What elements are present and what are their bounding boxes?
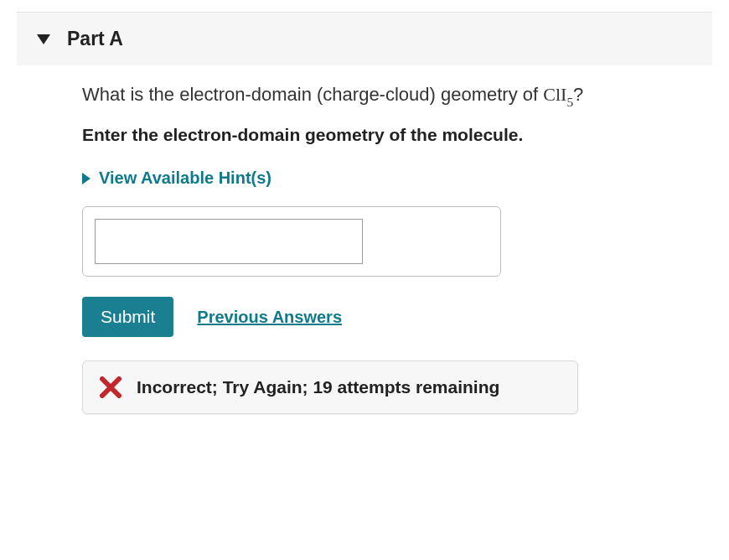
question-text: What is the electron-domain (charge-clou… — [82, 82, 685, 110]
view-hints-link[interactable]: View Available Hint(s) — [82, 169, 271, 188]
formula-subscript: 5 — [566, 95, 573, 109]
answer-input[interactable] — [95, 219, 363, 264]
question-formula: ClI5 — [543, 84, 573, 105]
part-title: Part A — [67, 28, 123, 50]
hints-label: View Available Hint(s) — [99, 169, 271, 188]
submit-button[interactable]: Submit — [82, 297, 173, 337]
question-prefix: What is the electron-domain (charge-clou… — [82, 84, 543, 105]
feedback-text: Incorrect; Try Again; 19 attempts remain… — [137, 377, 499, 397]
part-content: What is the electron-domain (charge-clou… — [82, 82, 685, 414]
part-header[interactable]: Part A — [17, 13, 712, 65]
instruction-text: Enter the electron-domain geometry of th… — [82, 125, 685, 145]
incorrect-icon — [100, 376, 122, 398]
chevron-right-icon — [82, 173, 90, 184]
button-row: Submit Previous Answers — [82, 297, 685, 337]
formula-base: ClI — [543, 84, 566, 105]
previous-answers-link[interactable]: Previous Answers — [197, 308, 342, 327]
svg-marker-0 — [37, 34, 50, 44]
question-suffix: ? — [573, 84, 583, 105]
chevron-down-icon — [37, 34, 50, 44]
svg-marker-1 — [82, 173, 90, 184]
answer-container — [82, 206, 501, 277]
feedback-box: Incorrect; Try Again; 19 attempts remain… — [82, 360, 578, 414]
